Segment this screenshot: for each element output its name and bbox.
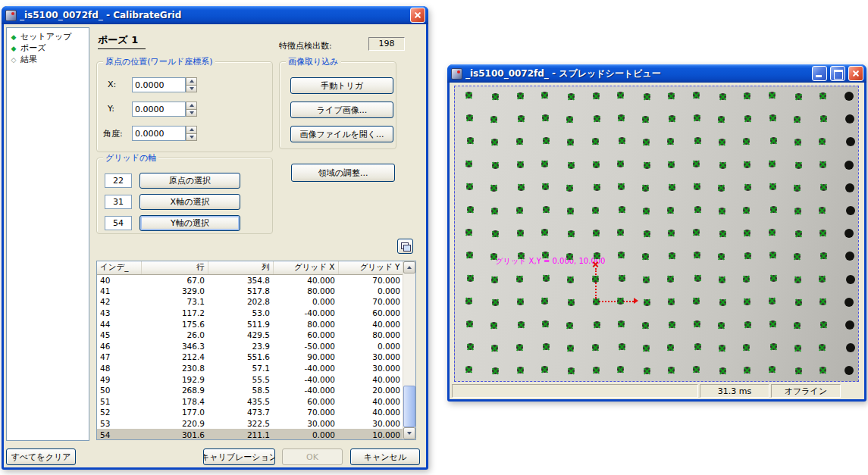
- detected-grid-dot: [718, 116, 725, 123]
- adjust-region-button[interactable]: 領域の調整...: [291, 164, 395, 182]
- tree-item-pose[interactable]: ポーズ: [8, 42, 87, 54]
- detected-grid-dot: [568, 299, 575, 306]
- grid-points-table[interactable]: インデ_ 行 列 グリッド X グリッド Y 4067.0354.840.000…: [96, 261, 416, 440]
- calibration-button[interactable]: キャリブレーション: [203, 448, 275, 465]
- table-row[interactable]: 4067.0354.840.00070.000: [97, 274, 403, 286]
- column-header-row[interactable]: 行: [141, 261, 208, 274]
- angle-input[interactable]: [132, 126, 186, 141]
- calibration-image[interactable]: グリッド X,Y = 0.000, 10.000: [454, 86, 859, 382]
- detected-grid-dot: [769, 252, 776, 258]
- spin-down-button[interactable]: [186, 134, 197, 142]
- detected-grid-dot: [819, 298, 826, 305]
- step-done-icon: [10, 45, 17, 52]
- detected-grid-dot: [744, 252, 751, 259]
- table-row[interactable]: 51178.4435.560.00040.000: [97, 396, 403, 408]
- table-row[interactable]: 44175.6511.980.00040.000: [97, 318, 403, 330]
- detected-grid-dot: [566, 185, 573, 192]
- detected-grid-dot: [542, 252, 549, 258]
- table-row[interactable]: 50268.958.5-40.00020.000: [97, 385, 403, 396]
- table-row[interactable]: 46346.323.9-50.0000.000: [97, 341, 403, 352]
- cell-value: 178.4: [141, 396, 208, 408]
- detected-grid-dot: [744, 92, 750, 99]
- cell-value: 40.000: [338, 373, 403, 385]
- table-row[interactable]: 54301.6211.10.00010.000: [97, 429, 403, 440]
- live-image-button[interactable]: ライブ画像...: [290, 102, 393, 118]
- table-row[interactable]: 43117.253.0-40.00060.000: [97, 308, 403, 319]
- table-row[interactable]: 4273.1202.80.00070.000: [97, 296, 403, 308]
- detected-grid-dot: [794, 345, 801, 352]
- detected-grid-dot: [744, 367, 750, 373]
- table-row[interactable]: 4526.0429.560.00080.000: [97, 330, 403, 341]
- open-image-file-button[interactable]: 画像ファイルを開く...: [290, 126, 393, 142]
- y-axis-index-value: 54: [105, 216, 132, 230]
- column-header-col[interactable]: 列: [208, 261, 273, 274]
- grid-dot: [845, 183, 854, 192]
- clear-all-button[interactable]: すべてをクリア: [6, 448, 76, 465]
- table-row[interactable]: 47212.4551.690.00030.000: [97, 352, 403, 363]
- scroll-down-button[interactable]: [403, 427, 415, 439]
- cell-index: 54: [97, 429, 141, 440]
- grid-dot: [846, 206, 855, 215]
- scroll-track[interactable]: [403, 273, 415, 427]
- table-row[interactable]: 53220.9322.530.00030.000: [97, 418, 403, 430]
- table-row[interactable]: 52177.0473.770.00040.000: [97, 407, 403, 418]
- calibrate-titlebar[interactable]: _is5100_0072fd_ - CalibrateGrid: [2, 6, 428, 24]
- detected-grid-dot: [718, 185, 725, 192]
- cancel-button[interactable]: キャンセル: [350, 448, 420, 465]
- close-button[interactable]: [848, 66, 863, 81]
- spin-up-button[interactable]: [186, 102, 197, 110]
- spin-up-button[interactable]: [186, 77, 197, 86]
- x-spinner[interactable]: [186, 77, 197, 92]
- x-axis-index-value: 31: [105, 195, 132, 209]
- cell-value: 346.3: [141, 341, 208, 352]
- select-y-axis-button[interactable]: Y軸の選択: [139, 215, 240, 231]
- minimize-button[interactable]: [812, 66, 827, 81]
- detected-grid-dot: [467, 137, 474, 144]
- ok-button[interactable]: OK: [282, 448, 343, 465]
- close-button[interactable]: [410, 8, 425, 23]
- cell-index: 49: [97, 373, 141, 385]
- tree-item-result[interactable]: 結果: [8, 54, 87, 65]
- spin-down-button[interactable]: [186, 86, 197, 93]
- tree-item-setup[interactable]: セットアップ: [8, 31, 87, 42]
- column-header-grid-x[interactable]: グリッド X: [273, 261, 338, 274]
- detected-grid-dot: [694, 343, 701, 350]
- column-header-index[interactable]: インデ_: [97, 261, 141, 274]
- y-spinner[interactable]: [186, 102, 197, 117]
- detected-grid-dot: [593, 161, 600, 168]
- spin-down-button[interactable]: [186, 110, 197, 117]
- y-input[interactable]: [132, 102, 186, 117]
- detected-grid-dot: [694, 275, 701, 282]
- detected-grid-dot: [769, 366, 776, 373]
- status-spacer-panel: [452, 384, 698, 398]
- column-header-grid-y[interactable]: グリッド Y: [338, 261, 403, 274]
- view-titlebar[interactable]: _is5100_0072fd_ - スプレッドシートビュー: [447, 64, 866, 83]
- cell-value: 0.000: [273, 296, 338, 308]
- spin-down-icon: [190, 136, 194, 139]
- scroll-up-button[interactable]: [403, 261, 415, 273]
- detected-grid-dot: [668, 92, 675, 99]
- open-table-window-button[interactable]: [397, 239, 413, 254]
- select-x-axis-button[interactable]: X軸の選択: [139, 194, 240, 210]
- setup-tree[interactable]: セットアップ ポーズ 結果: [6, 27, 89, 441]
- detected-grid-dot: [617, 229, 624, 236]
- select-origin-button[interactable]: 原点の選択: [139, 173, 240, 189]
- detected-grid-dot: [593, 92, 600, 99]
- manual-trigger-button[interactable]: 手動トリガ: [290, 77, 393, 94]
- cell-value: 0.000: [273, 429, 338, 440]
- angle-spinner[interactable]: [186, 126, 197, 141]
- cell-value: 354.8: [208, 274, 273, 286]
- detected-grid-dot: [643, 345, 650, 352]
- detected-grid-dot: [820, 115, 827, 122]
- x-input[interactable]: [132, 77, 186, 92]
- maximize-button[interactable]: [830, 66, 845, 81]
- table-row[interactable]: 49192.955.5-40.00040.000: [97, 373, 403, 385]
- origin-group: 原点の位置(ワールド座標系) X: Y:: [96, 61, 273, 152]
- table-row[interactable]: 41329.0517.880.0000.000: [97, 286, 403, 297]
- cell-index: 40: [97, 274, 141, 286]
- table-row[interactable]: 48230.857.1-40.00030.000: [97, 363, 403, 374]
- scroll-thumb[interactable]: [403, 386, 415, 427]
- table-scrollbar[interactable]: [403, 261, 415, 439]
- detected-grid-dot: [618, 252, 625, 258]
- spin-up-button[interactable]: [186, 126, 197, 134]
